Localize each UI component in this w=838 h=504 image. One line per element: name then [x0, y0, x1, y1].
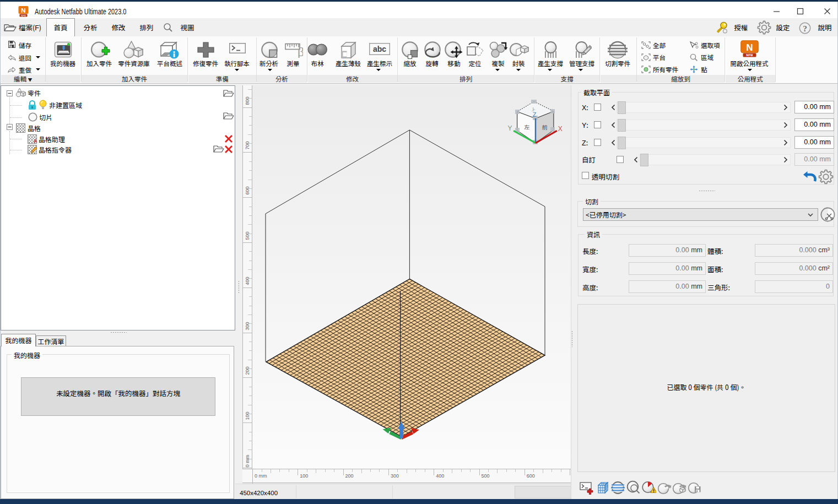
svg-text:abc: abc — [373, 45, 386, 53]
svg-text:N: N — [746, 42, 753, 53]
svg-text:A: A — [34, 138, 37, 144]
svg-text:左: 左 — [524, 123, 529, 131]
svg-text:?: ? — [803, 24, 807, 33]
svg-text:NFB: NFB — [21, 14, 26, 17]
svg-text:Y: Y — [508, 124, 512, 132]
svg-text:上: 上 — [531, 106, 536, 112]
svg-text:N: N — [21, 7, 25, 14]
svg-text:X: X — [558, 125, 563, 133]
svg-text:NFB: NFB — [746, 53, 753, 57]
svg-text:前: 前 — [542, 123, 548, 131]
svg-text:β: β — [298, 45, 303, 58]
